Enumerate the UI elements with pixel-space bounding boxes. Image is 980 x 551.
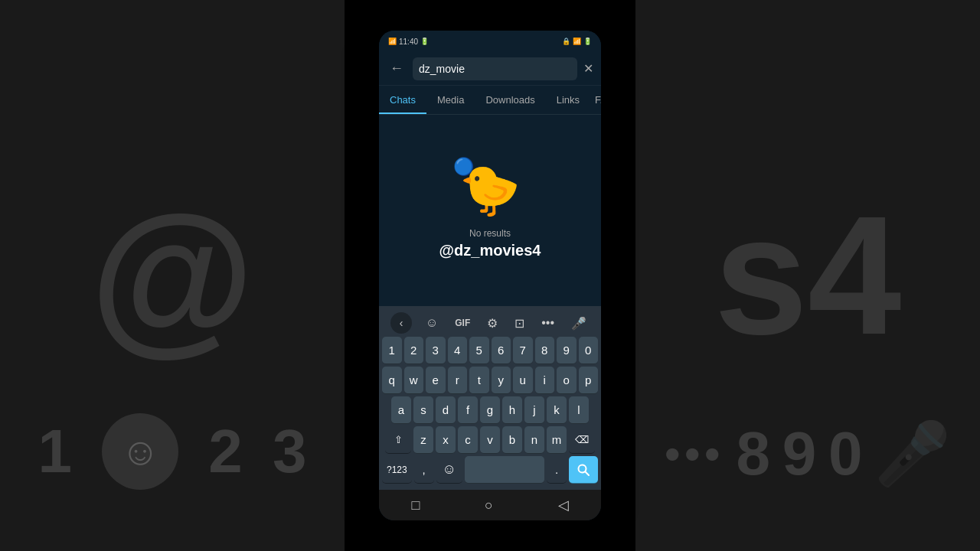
key-b[interactable]: b (502, 426, 522, 454)
status-left: 📶 11:40 🔋 (388, 37, 429, 46)
tab-downloads-label: Downloads (485, 94, 534, 106)
duck-illustration: 🔵 🐤 (459, 161, 521, 219)
key-g[interactable]: g (480, 396, 500, 424)
bg-key-2: 2 (208, 416, 243, 487)
bg-key-9: 9 (782, 419, 817, 489)
search-content: 🔵 🐤 No results @dz_movies4 (379, 115, 601, 306)
tab-links[interactable]: Links (546, 86, 590, 114)
space-key[interactable] (465, 456, 544, 484)
key-u[interactable]: u (513, 367, 533, 394)
key-l[interactable]: l (569, 396, 589, 424)
key-c[interactable]: c (458, 426, 478, 454)
key-d[interactable]: d (436, 396, 456, 424)
key-w[interactable]: w (404, 367, 424, 394)
key-f[interactable]: f (458, 396, 478, 424)
battery-icon: 🔋 (420, 37, 429, 45)
key-a[interactable]: a (391, 396, 411, 424)
tab-downloads[interactable]: Downloads (475, 86, 545, 114)
status-bar: 📶 11:40 🔋 🔒 📶 🔋 (379, 31, 601, 52)
search-key[interactable] (569, 456, 598, 484)
status-right: 🔒 📶 🔋 (562, 37, 592, 45)
bg-sticker-icon: ☺ (121, 429, 160, 474)
key-r[interactable]: r (448, 367, 468, 394)
tab-chats-label: Chats (390, 94, 416, 106)
background-right: s4 ••• 8 9 0 🎤 (635, 0, 980, 551)
back-button[interactable]: ← (387, 57, 407, 80)
key-0[interactable]: 0 (579, 337, 599, 364)
key-v[interactable]: v (480, 426, 500, 454)
tab-files-label: F... (595, 94, 601, 106)
search-query-text: dz_movie (419, 63, 465, 75)
key-9[interactable]: 9 (557, 337, 577, 364)
keyboard: ‹ ☺ GIF ⚙ ⊡ ••• 🎤 1 2 3 4 5 6 7 8 9 0 q … (379, 306, 601, 490)
status-time: 11:40 (399, 37, 418, 46)
bg-keys-right: ••• 8 9 0 🎤 (635, 418, 980, 490)
wifi-icon: 📶 (573, 37, 581, 45)
key-8[interactable]: 8 (535, 337, 555, 364)
keyboard-bottom-row: ?123 , ☺ . (381, 456, 599, 487)
bg-icon-circle: ☺ (102, 413, 178, 490)
qwerty-row: q w e r t y u i o p (381, 367, 599, 394)
num-switch-key[interactable]: ?123 (382, 456, 412, 484)
search-input[interactable]: dz_movie (413, 57, 577, 80)
key-n[interactable]: n (524, 426, 544, 454)
key-p[interactable]: p (579, 367, 599, 394)
key-4[interactable]: 4 (448, 337, 468, 364)
backspace-key[interactable]: ⌫ (569, 426, 595, 454)
key-x[interactable]: x (436, 426, 456, 454)
key-j[interactable]: j (524, 396, 544, 424)
key-o[interactable]: o (557, 367, 577, 394)
kb-more-button[interactable]: ••• (538, 315, 557, 331)
clear-button[interactable]: ✕ (583, 61, 593, 76)
kb-settings-button[interactable]: ⚙ (484, 315, 501, 332)
comma-key[interactable]: , (414, 456, 434, 484)
bg-key-1: 1 (38, 416, 73, 487)
nav-home-button[interactable]: ○ (472, 494, 505, 517)
key-i[interactable]: i (535, 367, 555, 394)
kb-translate-button[interactable]: ⊡ (511, 315, 528, 332)
key-6[interactable]: 6 (492, 337, 511, 364)
zxcv-row: ⇧ z x c v b n m ⌫ (381, 426, 599, 454)
bg-dots: ••• (665, 428, 724, 481)
kb-sticker-button[interactable]: ☺ (423, 315, 441, 331)
key-m[interactable]: m (547, 426, 567, 454)
nav-recents-button[interactable]: □ (399, 494, 432, 517)
key-7[interactable]: 7 (513, 337, 533, 364)
bg-key-8: 8 (737, 419, 771, 489)
phone-frame: 📶 11:40 🔋 🔒 📶 🔋 ← dz_movie ✕ Chats Media… (379, 31, 601, 520)
asdf-row: a s d f g h j k l (381, 396, 599, 424)
tabs-container: Chats Media Downloads Links F... (379, 86, 601, 115)
bg-key-3: 3 (273, 416, 307, 487)
svg-line-1 (586, 471, 590, 475)
channel-name-text: @dz_movies4 (439, 242, 541, 259)
key-y[interactable]: y (492, 367, 511, 394)
key-e[interactable]: e (426, 367, 446, 394)
bg-key-0: 0 (828, 419, 863, 489)
key-s[interactable]: s (413, 396, 433, 424)
period-key[interactable]: . (547, 456, 567, 484)
tab-media[interactable]: Media (426, 86, 475, 114)
key-1[interactable]: 1 (382, 337, 402, 364)
key-5[interactable]: 5 (469, 337, 489, 364)
nav-back-button[interactable]: ◁ (546, 494, 581, 517)
tab-files[interactable]: F... (590, 86, 601, 114)
number-row: 1 2 3 4 5 6 7 8 9 0 (381, 337, 599, 364)
shift-key[interactable]: ⇧ (385, 426, 411, 454)
key-k[interactable]: k (547, 396, 567, 424)
emoji-key[interactable]: ☺ (436, 456, 462, 484)
kb-back-button[interactable]: ‹ (390, 312, 412, 334)
kb-mic-button[interactable]: 🎤 (568, 315, 590, 332)
tab-media-label: Media (437, 94, 464, 106)
key-3[interactable]: 3 (426, 337, 446, 364)
no-results-label: No results (469, 228, 511, 239)
key-z[interactable]: z (413, 426, 433, 454)
key-h[interactable]: h (502, 396, 522, 424)
tab-chats[interactable]: Chats (379, 86, 426, 114)
key-q[interactable]: q (382, 367, 402, 394)
kb-gif-button[interactable]: GIF (452, 316, 473, 330)
key-t[interactable]: t (469, 367, 489, 394)
signal-icon: 📶 (388, 37, 397, 45)
key-2[interactable]: 2 (404, 337, 424, 364)
magnifier-icon: 🔵 (453, 157, 474, 177)
search-icon (577, 463, 590, 477)
